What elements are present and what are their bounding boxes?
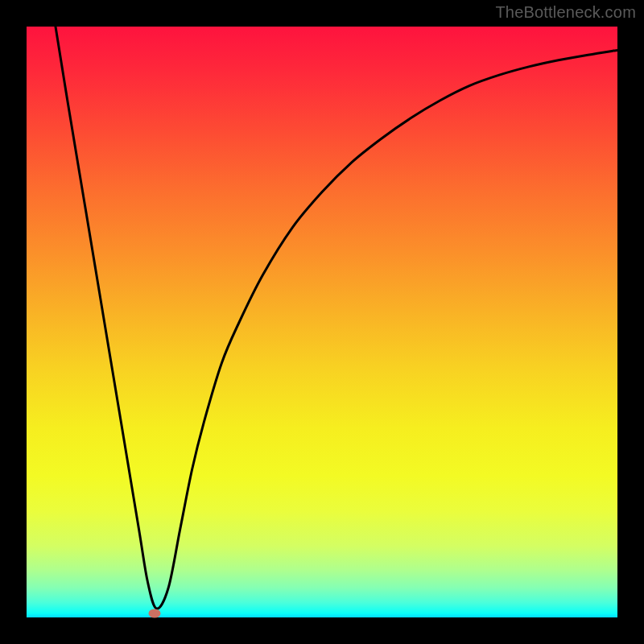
watermark-text: TheBottleneck.com (495, 3, 636, 22)
plot-area (27, 27, 617, 617)
optimal-marker (148, 609, 160, 617)
bottleneck-curve (56, 27, 617, 609)
chart-frame: TheBottleneck.com (0, 0, 644, 644)
curve-svg (27, 27, 617, 617)
